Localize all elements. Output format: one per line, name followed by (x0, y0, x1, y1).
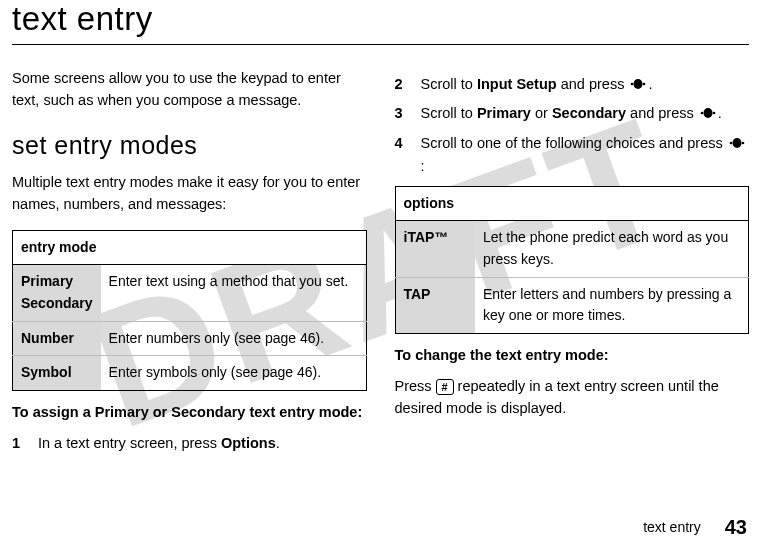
table-row: Primary Secondary Enter text using a met… (13, 265, 367, 321)
change-paragraph: Press # repeatedly in a text entry scree… (395, 375, 750, 420)
entry-mode-desc: Enter symbols only (see page 46). (101, 356, 366, 391)
nav-key-icon (729, 133, 745, 155)
step-text: Scroll to (421, 105, 477, 121)
entry-mode-label: Symbol (13, 356, 101, 391)
step-text: . (648, 76, 652, 92)
step-number: 3 (395, 102, 421, 125)
step-text: Scroll to (421, 76, 477, 92)
svg-point-6 (729, 141, 732, 144)
step-text: : (421, 158, 425, 174)
table-row: iTAP™ Let the phone predict each word as… (395, 221, 749, 277)
section-heading: set entry modes (12, 126, 367, 165)
nav-key-icon (630, 74, 646, 96)
svg-point-1 (643, 83, 646, 86)
svg-point-5 (703, 108, 712, 118)
step-number: 4 (395, 132, 421, 178)
step-3: 3 Scroll to Primary or Secondary and pre… (395, 102, 750, 125)
svg-point-3 (700, 112, 703, 115)
svg-point-0 (631, 83, 634, 86)
menu-label: Options (221, 435, 276, 451)
entry-mode-header: entry mode (13, 230, 367, 265)
options-table: options iTAP™ Let the phone predict each… (395, 186, 750, 334)
hash-key-icon: # (436, 379, 454, 395)
change-heading: To change the text entry mode: (395, 344, 750, 366)
menu-label: Input Setup (477, 76, 557, 92)
options-header: options (395, 186, 749, 221)
option-desc: Enter letters and numbers by pressing a … (475, 277, 749, 333)
entry-mode-label: Primary Secondary (13, 265, 101, 321)
nav-key-icon (700, 103, 716, 125)
step-text: . (276, 435, 280, 451)
step-4: 4 Scroll to one of the following choices… (395, 132, 750, 178)
entry-mode-table: entry mode Primary Secondary Enter text … (12, 230, 367, 391)
step-2: 2 Scroll to Input Setup and press . (395, 73, 750, 96)
section-intro: Multiple text entry modes make it easy f… (12, 171, 367, 216)
step-1: 1 In a text entry screen, press Options. (12, 432, 367, 454)
step-body: In a text entry screen, press Options. (38, 432, 367, 454)
step-body: Scroll to Primary or Secondary and press… (421, 102, 750, 125)
two-column-layout: Some screens allow you to use the keypad… (12, 67, 749, 460)
page-footer: text entry43 (643, 516, 747, 539)
change-text: Press (395, 378, 436, 394)
step-text: . (718, 105, 722, 121)
entry-mode-desc: Enter numbers only (see page 46). (101, 321, 366, 356)
table-row: TAP Enter letters and numbers by pressin… (395, 277, 749, 333)
svg-point-4 (712, 112, 715, 115)
step-body: Scroll to Input Setup and press . (421, 73, 750, 96)
intro-paragraph: Some screens allow you to use the keypad… (12, 67, 367, 112)
svg-point-2 (634, 79, 643, 89)
entry-mode-desc: Enter text using a method that you set. (101, 265, 366, 321)
step-text: In a text entry screen, press (38, 435, 221, 451)
footer-section: text entry (643, 519, 701, 535)
step-body: Scroll to one of the following choices a… (421, 132, 750, 178)
assign-heading: To assign a Primary or Secondary text en… (12, 401, 367, 423)
left-column: Some screens allow you to use the keypad… (12, 67, 367, 460)
page-title: text entry (12, 0, 749, 38)
right-column: 2 Scroll to Input Setup and press . 3 Sc… (395, 67, 750, 460)
option-label: TAP (395, 277, 475, 333)
table-row: Symbol Enter symbols only (see page 46). (13, 356, 367, 391)
menu-label: Primary (477, 105, 531, 121)
step-text: and press (557, 76, 629, 92)
entry-mode-label: Number (13, 321, 101, 356)
step-number: 1 (12, 432, 38, 454)
step-text: and press (626, 105, 698, 121)
page-content: text entry Some screens allow you to use… (0, 0, 761, 460)
table-row: Number Enter numbers only (see page 46). (13, 321, 367, 356)
svg-point-8 (732, 138, 741, 148)
title-rule (12, 44, 749, 45)
svg-point-7 (741, 141, 744, 144)
option-desc: Let the phone predict each word as you p… (475, 221, 749, 277)
step-text: Scroll to one of the following choices a… (421, 135, 727, 151)
step-text: or (531, 105, 552, 121)
page-number: 43 (725, 516, 747, 538)
option-label: iTAP™ (395, 221, 475, 277)
menu-label: Secondary (552, 105, 626, 121)
step-number: 2 (395, 73, 421, 96)
